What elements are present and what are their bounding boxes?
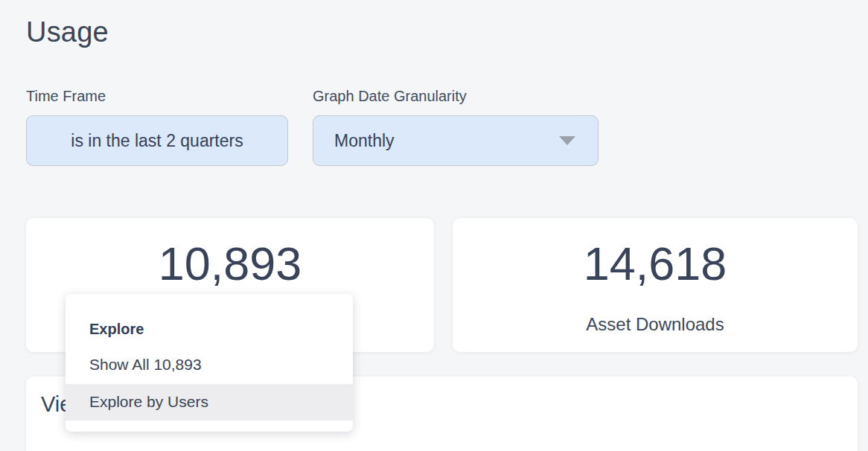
granularity-dropdown[interactable]: Monthly	[313, 115, 599, 166]
time-frame-label: Time Frame	[26, 88, 288, 105]
page-title: Usage	[26, 16, 109, 48]
menu-item-show-all[interactable]: Show All 10,893	[66, 354, 353, 375]
granularity-label: Graph Date Granularity	[313, 88, 599, 105]
granularity-selected-value: Monthly	[334, 131, 395, 151]
stat-label: Asset Downloads	[453, 313, 858, 336]
context-menu-header: Explore	[89, 319, 329, 339]
time-frame-filter-chip[interactable]: is in the last 2 quarters	[26, 115, 288, 166]
granularity-filter-group: Graph Date Granularity Monthly	[313, 88, 599, 166]
explore-context-menu: Explore Show All 10,893 Explore by Users	[66, 294, 353, 432]
time-frame-filter-group: Time Frame is in the last 2 quarters	[26, 88, 288, 166]
time-frame-filter-value: is in the last 2 quarters	[71, 131, 243, 151]
usage-dashboard: Usage Time Frame is in the last 2 quarte…	[0, 0, 868, 451]
chevron-down-icon	[559, 136, 575, 145]
stat-value: 10,893	[26, 236, 434, 291]
stat-card-asset-downloads[interactable]: 14,618 Asset Downloads	[453, 218, 858, 352]
menu-item-explore-by-users[interactable]: Explore by Users	[66, 384, 353, 420]
stat-value: 14,618	[453, 236, 858, 291]
